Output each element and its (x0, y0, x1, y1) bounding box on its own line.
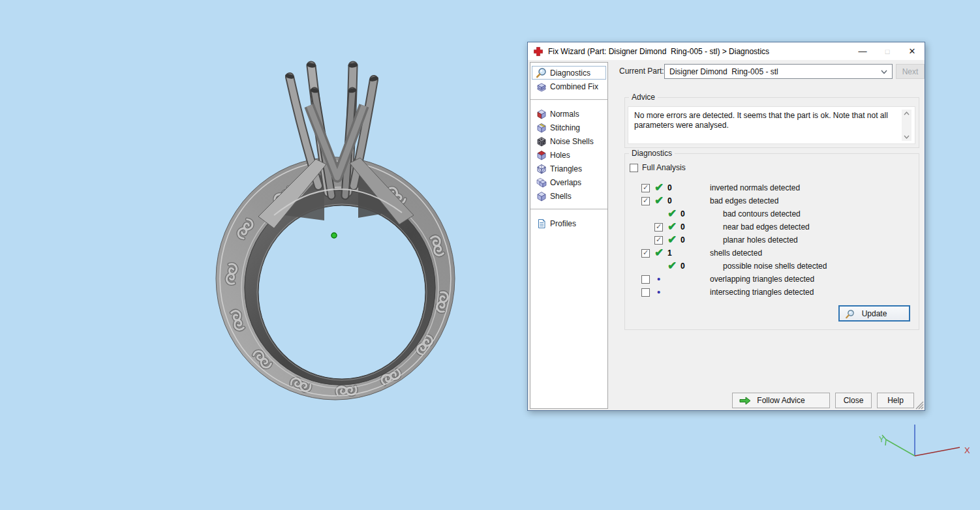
row-count: 0 (681, 222, 723, 232)
sidebar-item-triangles[interactable]: Triangles (532, 162, 606, 175)
row-label: inverted normals detected (710, 183, 800, 192)
row-label: bad contours detected (723, 209, 801, 218)
ring-model (216, 62, 455, 400)
advice-scrollbar[interactable] (902, 110, 911, 141)
dialog-titlebar[interactable]: Fix Wizard (Part: Disigner Dimond Ring-0… (528, 42, 925, 60)
axis-x-label: X (964, 445, 970, 455)
dot-icon: • (654, 289, 667, 295)
cube-red-front-icon (535, 108, 547, 120)
row-count: 0 (681, 262, 723, 271)
maximize-button[interactable]: □ (875, 42, 900, 60)
document-icon (535, 217, 547, 230)
minimize-button[interactable]: — (850, 42, 875, 60)
full-analysis-checkbox[interactable] (630, 164, 638, 172)
row-count: 0 (667, 183, 710, 192)
row-label: bad edges detected (710, 196, 778, 205)
sidebar-separator (530, 99, 607, 100)
update-button-label: Update (862, 309, 887, 318)
close-button[interactable]: Close (835, 393, 872, 408)
advice-text: No more errors are detected. It seems th… (628, 107, 915, 130)
row-checkbox[interactable] (654, 223, 663, 232)
check-icon: ✔ (667, 222, 681, 232)
row-label: intersecting triangles detected (710, 288, 814, 297)
full-analysis-label: Full Analysis (642, 163, 686, 172)
chevron-up-icon[interactable] (904, 112, 910, 115)
cube-red-top-icon (535, 149, 547, 161)
magnifier-icon (535, 67, 547, 79)
help-button[interactable]: Help (877, 393, 914, 408)
sidebar-item-normals[interactable]: Normals (532, 107, 606, 121)
green-arrow-right-icon (739, 396, 752, 406)
sidebar-item-label: Shells (550, 192, 572, 201)
dialog-title: Fix Wizard (Part: Disigner Dimond Ring-0… (548, 47, 769, 56)
sidebar-item-holes[interactable]: Holes (532, 148, 606, 162)
sidebar-item-diagnostics[interactable]: Diagnostics (532, 66, 606, 80)
check-icon: ✔ (667, 262, 681, 271)
advice-textbox[interactable]: No more errors are detected. It seems th… (628, 106, 915, 144)
cubes-overlap-icon (535, 176, 547, 188)
sidebar-item-shells[interactable]: Shells (532, 189, 606, 203)
current-part-dropdown[interactable]: Disigner Dimond Ring-005 - stl (664, 64, 893, 79)
magnifier-icon (845, 309, 855, 320)
sidebar-separator (530, 209, 607, 210)
fix-wizard-dialog: Fix Wizard (Part: Disigner Dimond Ring-0… (527, 42, 925, 411)
center-marker (331, 233, 337, 238)
chevron-down-icon (881, 70, 887, 74)
sidebar-item-overlaps[interactable]: Overlaps (532, 175, 606, 189)
check-icon: ✔ (654, 196, 667, 205)
diagnostics-group-label: Diagnostics (629, 149, 675, 158)
close-window-button[interactable]: ✕ (900, 42, 925, 60)
check-icon: ✔ (654, 248, 667, 258)
row-checkbox[interactable] (641, 275, 650, 284)
diagnostic-row: ✔ 0 near bad edges detected (625, 220, 920, 233)
advice-group-label: Advice (629, 93, 658, 102)
help-button-label: Help (887, 396, 904, 405)
sidebar-item-label: Stitching (550, 123, 580, 132)
dot-icon: • (654, 276, 667, 282)
dice-noise-icon (535, 135, 547, 147)
diagnostic-row: • overlapping triangles detected (625, 273, 920, 286)
advice-group: Advice No more errors are detected. It s… (624, 97, 919, 148)
row-checkbox[interactable] (641, 197, 650, 205)
cube-yellow-stitch-icon (535, 121, 547, 134)
row-count: 0 (681, 209, 723, 218)
row-label: possible noise shells detected (723, 262, 827, 271)
sidebar-item-label: Profiles (550, 219, 576, 228)
cube-plain-icon (535, 190, 547, 202)
red-cross-icon (534, 47, 543, 56)
row-checkbox[interactable] (641, 288, 650, 297)
update-button[interactable]: Update (838, 305, 910, 322)
row-checkbox[interactable] (641, 249, 650, 258)
diagnostic-row: ✔ 0 bad contours detected (625, 207, 920, 220)
sidebar-item-noise-shells[interactable]: Noise Shells (532, 134, 606, 148)
next-button[interactable]: Next (896, 64, 925, 79)
sidebar-item-label: Diagnostics (550, 68, 590, 78)
diagnostic-row: ✔ 0 inverted normals detected (625, 181, 920, 194)
sidebar-item-combined-fix[interactable]: Combined Fix (532, 80, 606, 93)
sidebar-item-label: Combined Fix (550, 82, 598, 91)
row-checkbox[interactable] (654, 236, 663, 245)
sidebar-item-label: Holes (550, 151, 570, 160)
cube-wireframe-icon (535, 162, 547, 175)
axis-y-label: Y (879, 435, 884, 444)
diagnostics-group: Diagnostics Full Analysis ✔ 0 inverted n… (624, 153, 919, 330)
diagnostic-row: ✔ 0 possible noise shells detected (625, 260, 920, 273)
row-label: shells detected (710, 248, 762, 258)
sidebar-item-profiles[interactable]: Profiles (532, 217, 606, 230)
check-icon: ✔ (667, 209, 681, 218)
check-icon: ✔ (654, 183, 667, 192)
sidebar-item-label: Triangles (550, 164, 582, 173)
chevron-down-icon[interactable] (904, 135, 910, 139)
row-checkbox[interactable] (641, 184, 650, 192)
resize-grip[interactable] (915, 401, 924, 410)
row-count: 1 (667, 248, 710, 258)
follow-advice-button[interactable]: Follow Advice (732, 393, 830, 408)
wizard-sidebar: Diagnostics Combined Fix Normals Stitchi… (530, 62, 608, 409)
row-label: overlapping triangles detected (710, 275, 814, 284)
current-part-value: Disigner Dimond Ring-005 - stl (669, 67, 778, 76)
row-count: 0 (681, 235, 723, 245)
sidebar-item-label: Noise Shells (550, 137, 594, 146)
combined-layers-icon (535, 80, 547, 93)
sidebar-item-stitching[interactable]: Stitching (532, 121, 606, 134)
current-part-label: Current Part: (619, 67, 664, 76)
